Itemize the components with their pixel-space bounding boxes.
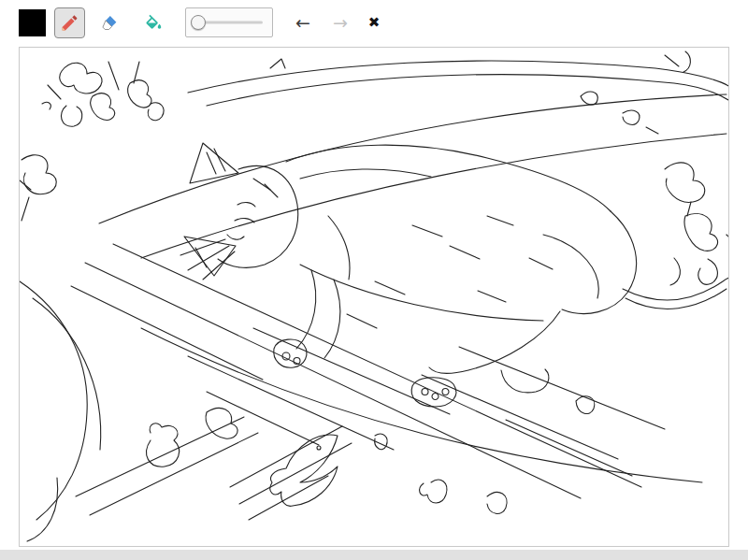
- sketch-leaves-top-left: [42, 62, 164, 126]
- color-swatch[interactable]: [19, 9, 46, 36]
- toolbar: ← → ✖: [0, 0, 748, 45]
- eraser-tool-button[interactable]: [94, 7, 124, 38]
- sketch-leaf-left: [20, 155, 56, 221]
- sketch-marks-top-right: [623, 51, 690, 134]
- eraser-icon: [99, 13, 119, 33]
- fill-bucket-icon: [143, 13, 163, 33]
- fill-tool-button[interactable]: [137, 7, 168, 38]
- sketch-bench: [71, 94, 726, 498]
- sketch-leaves-right: [665, 163, 728, 285]
- clear-canvas-button[interactable]: ✖: [368, 16, 381, 30]
- sketch-curves-bottom-left: [20, 281, 101, 541]
- canvas-drawing: [20, 48, 728, 546]
- slider-thumb[interactable]: [191, 15, 206, 30]
- undo-button[interactable]: ←: [295, 14, 310, 32]
- sketch-top-curves: [188, 59, 728, 106]
- page-bottom-strip: [0, 550, 748, 560]
- redo-button[interactable]: →: [333, 14, 348, 32]
- sketch-leaves-bottom: [76, 396, 595, 520]
- sketch-cat: [180, 143, 728, 407]
- drawing-canvas[interactable]: [19, 47, 729, 547]
- brush-size-slider[interactable]: [185, 7, 273, 37]
- pencil-tool-button[interactable]: [54, 7, 85, 38]
- pencil-icon: [60, 13, 79, 33]
